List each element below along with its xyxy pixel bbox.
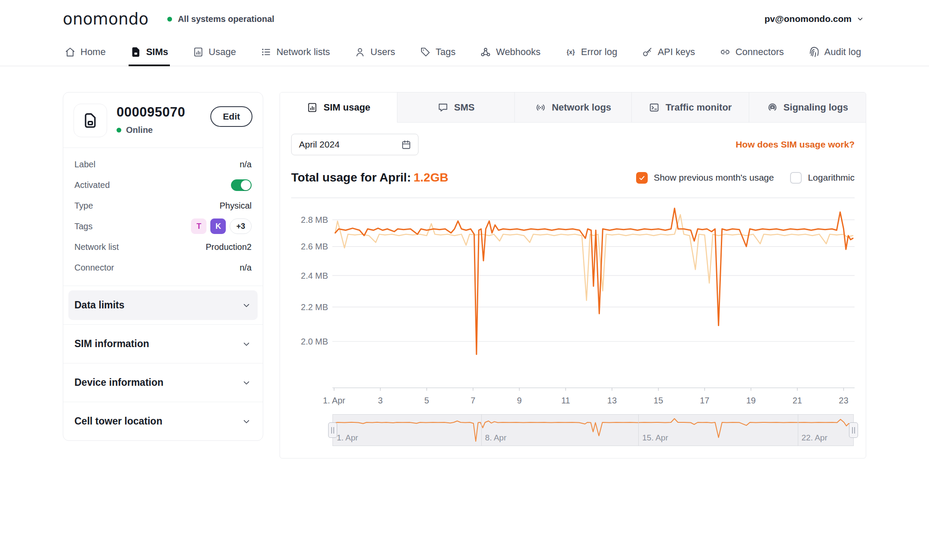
chevron-down-icon [241,378,252,388]
nav-item-label: Error log [581,46,617,58]
section-sim-information: SIM information [63,324,263,363]
total-usage-value: 1.2GB [413,171,448,184]
field-row-type: TypePhysical [74,195,252,216]
sim-card-head: 000095070 Online Edit [63,92,263,148]
connectors-icon [720,46,731,58]
chevron-down-icon [241,339,252,349]
nav-item-usage[interactable]: Usage [193,38,236,66]
nav-item-home[interactable]: Home [65,38,106,66]
svg-text:23: 23 [839,396,848,405]
unchecked-checkbox-icon [790,172,802,184]
brush-handle-left[interactable] [328,422,337,438]
brush-handle-right[interactable] [849,422,858,438]
svg-text:1. Apr: 1. Apr [323,396,345,405]
field-row-label: Labeln/a [74,154,252,175]
field-label: Network list [74,242,119,252]
month-select[interactable]: April 2024 [291,134,418,155]
error-log-icon: {x} [565,46,576,58]
nav-item-audit-log[interactable]: Audit log [809,38,861,66]
tag-group: TK+3 [191,218,252,234]
field-label: Activated [74,180,110,190]
svg-text:13: 13 [607,396,617,405]
section-toggle-cell-tower-location[interactable]: Cell tower location [68,406,258,436]
account-menu[interactable]: pv@onomondo.com [765,14,864,24]
minimap-label: 8. Apr [485,433,507,443]
nav-item-webhooks[interactable]: Webhooks [480,38,541,66]
tag-chip-k[interactable]: K [210,218,226,234]
tab-network-logs[interactable]: Network logs [514,92,631,123]
svg-text:2.2 MB: 2.2 MB [301,302,328,312]
field-value-label: n/a [240,160,252,169]
sim-status: Online [117,125,201,135]
svg-text:2.0 MB: 2.0 MB [301,337,328,346]
nav-item-connectors[interactable]: Connectors [720,38,784,66]
edit-button[interactable]: Edit [210,106,252,127]
section-data-limits: Data limits [63,286,263,324]
status-dot [167,17,172,22]
svg-text:21: 21 [793,396,802,405]
nav-item-users[interactable]: Users [354,38,395,66]
sim-fields: Labeln/aActivatedTypePhysicalTagsTK+3Net… [63,148,263,286]
sim-detail-card: 000095070 Online Edit Labeln/aActivatedT… [63,92,263,441]
usage-summary-row: Total usage for April:1.2GB Show previou… [291,171,855,185]
minimap-label: 1. Apr [337,433,358,443]
nav-item-error-log[interactable]: {x}Error log [565,38,617,66]
onomondo-logo[interactable]: onomondo [63,10,148,28]
svg-text:2.6 MB: 2.6 MB [301,242,328,251]
svg-text:2.4 MB: 2.4 MB [301,271,328,280]
sim-sections: Data limits SIM information Device infor… [63,286,263,440]
field-row-network-list: Network listProduction2 [74,237,252,257]
nav-item-network-lists[interactable]: Network lists [261,38,330,66]
total-usage-label: Total usage for April: [291,171,411,184]
sim-id: 000095070 [117,105,201,120]
svg-text:17: 17 [700,396,709,405]
network-logs-icon [535,102,546,113]
section-toggle-data-limits[interactable]: Data limits [68,290,258,320]
status-text: All systems operational [178,14,274,24]
usage-chart-svg: 2.8 MB2.6 MB2.4 MB2.2 MB2.0 MB1. Apr3579… [291,196,855,410]
tab-label: Traffic monitor [665,102,732,113]
tab-traffic-monitor[interactable]: Traffic monitor [631,92,748,123]
traffic-monitor-icon [649,102,660,113]
field-label: Tags [74,222,92,231]
field-label: Connector [74,263,114,273]
svg-text:9: 9 [517,396,522,405]
section-toggle-device-information[interactable]: Device information [68,368,258,397]
nav-item-label: SIMs [146,46,168,58]
tab-sms[interactable]: SMS [397,92,514,123]
tab-label: SMS [454,102,475,113]
minimap-label: 15. Apr [642,433,668,443]
panel-body: April 2024 How does SIM usage work? Tota… [280,123,866,458]
usage-minimap: 8. Apr15. Apr22. Apr1. Apr [332,414,854,446]
tag-chip-3[interactable]: +3 [230,218,252,234]
checkbox-label: Show previous month's usage [654,172,774,183]
svg-text:3: 3 [378,396,383,405]
tag-chip-t[interactable]: T [191,218,206,234]
section-toggle-sim-information[interactable]: SIM information [68,329,258,359]
svg-text:{x}: {x} [566,48,575,55]
svg-text:5: 5 [425,396,429,405]
system-status: All systems operational [167,14,274,24]
sim-usage-help-link[interactable]: How does SIM usage work? [735,139,855,150]
month-select-value: April 2024 [299,139,340,150]
field-value-type: Physical [220,201,252,211]
tab-sim-usage[interactable]: SIM usage [280,92,397,123]
audit-log-icon [809,46,820,58]
nav-item-label: Users [370,46,395,58]
field-value-network-list: Production2 [206,242,252,252]
minimap-label: 22. Apr [802,433,827,443]
checkbox-show-previous-month-s-usage[interactable]: Show previous month's usage [636,172,774,184]
checkbox-logarithmic[interactable]: Logarithmic [790,172,855,184]
nav-item-label: Tags [436,46,455,58]
sim-card-icon [74,104,107,137]
section-title: SIM information [74,338,149,350]
tab-signaling-logs[interactable]: Signaling logs [749,92,866,123]
activated-toggle[interactable] [231,179,252,191]
nav-item-api-keys[interactable]: API keys [642,38,695,66]
nav-item-label: Home [80,46,106,58]
nav-item-tags[interactable]: Tags [420,38,455,66]
nav-item-sims[interactable]: SIMs [130,38,168,66]
home-icon [65,46,76,58]
online-label: Online [126,125,153,135]
main-nav: HomeSIMsUsageNetwork listsUsersTagsWebho… [0,38,929,66]
